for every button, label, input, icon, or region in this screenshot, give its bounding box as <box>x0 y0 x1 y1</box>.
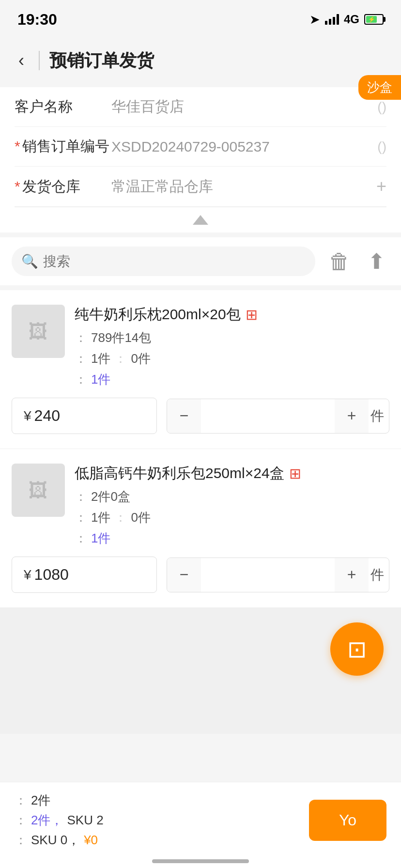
collapse-button[interactable] <box>15 207 386 232</box>
chevron-up-icon <box>193 215 208 225</box>
order-value: XSDD20240729-005237 <box>111 139 377 155</box>
warning-amount: ¥0 <box>84 833 98 848</box>
order-arrow: () <box>377 139 386 155</box>
header: ‹ 预销订单发货 <box>0 39 401 82</box>
product-list: 🖼 纯牛奶利乐枕200ml×20包 ⊞ ： 789件14包 ： 1件 ： 0件 <box>0 290 401 608</box>
qty-input[interactable] <box>201 567 335 583</box>
qty-input[interactable] <box>201 408 335 424</box>
link-colon: ： <box>75 530 87 547</box>
product-item: 🖼 纯牛奶利乐枕200ml×20包 ⊞ ： 789件14包 ： 1件 ： 0件 <box>0 290 401 449</box>
price-symbol: ¥ <box>24 408 31 424</box>
sandbox-badge: 沙盒 <box>358 75 401 100</box>
submit-button[interactable]: Yo <box>309 800 386 841</box>
scan-fab-button[interactable]: ⊡ <box>330 622 384 676</box>
warehouse-label: 发货仓库 <box>15 177 111 197</box>
qty-decrease-button[interactable]: − <box>167 558 201 592</box>
product-top: 🖼 纯牛奶利乐枕200ml×20包 ⊞ ： 789件14包 ： 1件 ： 0件 <box>12 305 389 388</box>
footer-warning-row: ： SKU 0， ¥0 <box>15 832 104 849</box>
price-value: 1080 <box>34 566 69 584</box>
upload-icon[interactable]: ⬆ <box>364 245 389 278</box>
image-placeholder-icon: 🖼 <box>29 480 48 501</box>
product-avail-row: ： 1件 ： 0件 <box>75 350 389 367</box>
product-avail-row: ： 1件 ： 0件 <box>75 509 389 526</box>
footer-sku-row: ： 2件， SKU 2 <box>15 812 104 829</box>
avail-colon1: ： <box>75 350 87 367</box>
product-name: 纯牛奶利乐枕200ml×20包 <box>75 305 241 325</box>
qty-increase-button[interactable]: + <box>335 399 369 433</box>
battery-fill: ⚡ <box>366 16 377 23</box>
back-button[interactable]: ‹ <box>14 46 29 76</box>
warehouse-row[interactable]: 发货仓库 常温正常品仓库 + <box>15 167 386 207</box>
product-top: 🖼 低脂高钙牛奶利乐包250ml×24盒 ⊞ ： 2件0盒 ： 1件 ： 0件 <box>12 464 389 547</box>
product-info: 低脂高钙牛奶利乐包250ml×24盒 ⊞ ： 2件0盒 ： 1件 ： 0件 ： … <box>75 464 389 547</box>
product-name-row: 纯牛奶利乐枕200ml×20包 ⊞ <box>75 305 389 325</box>
scan-icon: ⊡ <box>347 636 367 663</box>
qty-unit: 件 <box>369 407 389 425</box>
qr-icon[interactable]: ⊞ <box>289 465 301 482</box>
product-name: 低脂高钙牛奶利乐包250ml×24盒 <box>75 464 284 483</box>
image-placeholder-icon: 🖼 <box>29 321 48 342</box>
qr-icon[interactable]: ⊞ <box>246 306 258 323</box>
customer-label: 客户名称 <box>15 97 111 117</box>
product-item: 🖼 低脂高钙牛奶利乐包250ml×24盒 ⊞ ： 2件0盒 ： 1件 ： 0件 <box>0 449 401 608</box>
battery-icon: ⚡ <box>364 14 384 25</box>
avail-value2: 0件 <box>131 350 150 367</box>
status-time: 19:30 <box>17 11 57 29</box>
price-qty-row: ¥ 240 − + 件 <box>12 398 389 434</box>
product-image: 🖼 <box>12 305 65 358</box>
warning-colon: ： <box>15 832 27 849</box>
avail-colon1: ： <box>75 509 87 526</box>
price-qty-row: ¥ 1080 − + 件 <box>12 557 389 593</box>
signal-icon <box>325 14 339 25</box>
customer-value: 华佳百货店 <box>111 97 377 117</box>
page-title: 预销订单发货 <box>49 49 154 73</box>
product-name-row: 低脂高钙牛奶利乐包250ml×24盒 ⊞ <box>75 464 389 483</box>
qty-control: − + 件 <box>167 399 389 434</box>
stock-colon: ： <box>75 488 87 505</box>
warehouse-add-icon[interactable]: + <box>376 176 386 197</box>
product-info: 纯牛奶利乐枕200ml×20包 ⊞ ： 789件14包 ： 1件 ： 0件 ： … <box>75 305 389 388</box>
product-image: 🖼 <box>12 464 65 517</box>
avail-value2: 0件 <box>131 509 150 526</box>
warehouse-value: 常温正常品仓库 <box>111 177 371 197</box>
home-indicator <box>152 859 249 863</box>
link-value[interactable]: 1件 <box>91 371 110 388</box>
product-stock-meta: ： 789件14包 <box>75 329 389 346</box>
avail-divider: ： <box>114 350 127 367</box>
delete-icon[interactable]: 🗑 <box>325 246 354 278</box>
price-box: ¥ 240 <box>12 398 157 434</box>
avail-divider: ： <box>114 509 127 526</box>
qty-unit: 件 <box>369 566 389 584</box>
search-wrap[interactable]: 🔍 <box>12 247 315 276</box>
footer-bar: ： 2件 ： 2件， SKU 2 ： SKU 0， ¥0 Yo <box>0 782 401 868</box>
avail-value1: 1件 <box>91 350 110 367</box>
sku-colon: ： <box>15 812 27 829</box>
stock-value: 2件0盒 <box>91 488 130 505</box>
bottom-area: ⊡ <box>0 608 401 734</box>
price-box: ¥ 1080 <box>12 557 157 593</box>
total-value: 2件 <box>31 792 50 809</box>
total-colon: ： <box>15 792 27 809</box>
stock-value: 789件14包 <box>91 329 151 346</box>
search-input[interactable] <box>43 254 306 269</box>
customer-row[interactable]: 客户名称 华佳百货店 () <box>15 87 386 127</box>
form-section: 客户名称 华佳百货店 () 销售订单编号 XSDD20240729-005237… <box>0 87 401 232</box>
link-value[interactable]: 1件 <box>91 530 110 547</box>
footer-summary: ： 2件 ： 2件， SKU 2 ： SKU 0， ¥0 <box>15 792 104 849</box>
qty-increase-button[interactable]: + <box>335 558 369 592</box>
link-colon: ： <box>75 371 87 388</box>
sku-text: SKU 2 <box>67 813 103 828</box>
search-icon: 🔍 <box>21 253 38 269</box>
customer-arrow: () <box>377 99 386 115</box>
price-symbol: ¥ <box>24 567 31 583</box>
search-section: 🔍 🗑 ⬆ <box>0 237 401 285</box>
qty-decrease-button[interactable]: − <box>167 399 201 433</box>
order-label: 销售订单编号 <box>15 137 111 156</box>
qty-control: − + 件 <box>167 558 389 592</box>
warning-text: SKU 0， <box>31 832 80 849</box>
header-divider <box>39 51 40 70</box>
location-icon: ➤ <box>309 12 320 27</box>
product-stock-meta: ： 2件0盒 <box>75 488 389 505</box>
stock-colon: ： <box>75 329 87 346</box>
order-row[interactable]: 销售订单编号 XSDD20240729-005237 () <box>15 127 386 167</box>
